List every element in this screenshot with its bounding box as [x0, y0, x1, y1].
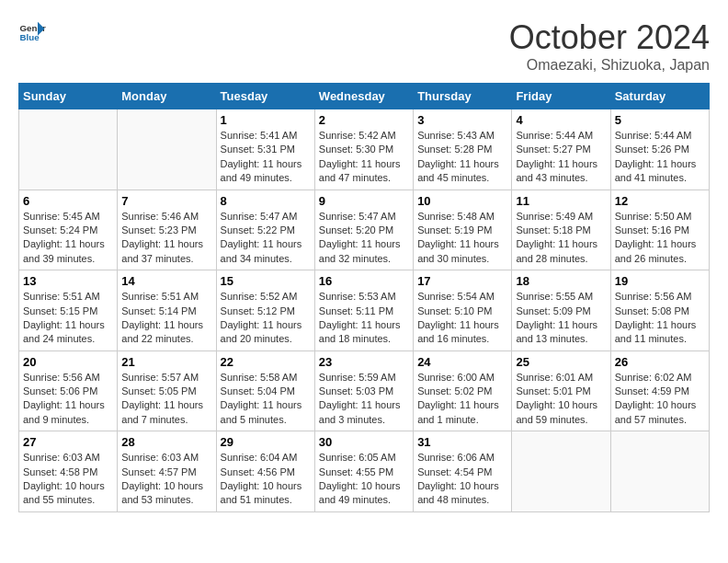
day-info: Sunrise: 5:59 AMSunset: 5:03 PMDaylight:…: [319, 371, 409, 428]
day-info: Sunrise: 5:45 AMSunset: 5:24 PMDaylight:…: [23, 210, 113, 267]
calendar-day-cell: 22Sunrise: 5:58 AMSunset: 5:04 PMDayligh…: [216, 350, 314, 431]
day-number: 4: [516, 113, 606, 127]
calendar-week-row: 27Sunrise: 6:03 AMSunset: 4:58 PMDayligh…: [19, 431, 710, 512]
day-info: Sunrise: 6:05 AMSunset: 4:55 PMDaylight:…: [319, 451, 409, 508]
day-info: Sunrise: 5:57 AMSunset: 5:05 PMDaylight:…: [121, 371, 211, 428]
day-info: Sunrise: 5:43 AMSunset: 5:28 PMDaylight:…: [417, 129, 507, 186]
weekday-header-cell: Sunday: [19, 84, 118, 109]
day-number: 12: [615, 194, 705, 208]
calendar-day-cell: 21Sunrise: 5:57 AMSunset: 5:05 PMDayligh…: [118, 350, 216, 431]
day-info: Sunrise: 5:56 AMSunset: 5:08 PMDaylight:…: [615, 290, 705, 347]
calendar-day-cell: 25Sunrise: 6:01 AMSunset: 5:01 PMDayligh…: [512, 350, 610, 431]
calendar-day-cell: 24Sunrise: 6:00 AMSunset: 5:02 PMDayligh…: [414, 350, 512, 431]
day-number: 10: [417, 194, 507, 208]
calendar-day-cell: [512, 431, 610, 512]
day-number: 28: [121, 435, 211, 449]
day-info: Sunrise: 6:04 AMSunset: 4:56 PMDaylight:…: [221, 451, 311, 508]
calendar-day-cell: 5Sunrise: 5:44 AMSunset: 5:26 PMDaylight…: [610, 109, 709, 190]
calendar-day-cell: 29Sunrise: 6:04 AMSunset: 4:56 PMDayligh…: [216, 431, 314, 512]
day-info: Sunrise: 5:47 AMSunset: 5:22 PMDaylight:…: [221, 210, 311, 267]
day-number: 5: [615, 113, 705, 127]
calendar-body: 1Sunrise: 5:41 AMSunset: 5:31 PMDaylight…: [19, 109, 710, 512]
title-block: October 2024 Omaezaki, Shizuoka, Japan: [509, 18, 710, 74]
weekday-header-cell: Saturday: [610, 84, 709, 109]
day-info: Sunrise: 5:51 AMSunset: 5:15 PMDaylight:…: [23, 290, 113, 347]
calendar-day-cell: 8Sunrise: 5:47 AMSunset: 5:22 PMDaylight…: [216, 190, 314, 270]
day-number: 15: [221, 274, 311, 288]
calendar-table: SundayMondayTuesdayWednesdayThursdayFrid…: [18, 83, 710, 512]
day-info: Sunrise: 5:53 AMSunset: 5:11 PMDaylight:…: [319, 290, 409, 347]
day-info: Sunrise: 5:47 AMSunset: 5:20 PMDaylight:…: [319, 210, 409, 267]
day-number: 14: [121, 274, 211, 288]
day-number: 9: [319, 194, 409, 208]
weekday-header-cell: Monday: [118, 84, 216, 109]
calendar-week-row: 13Sunrise: 5:51 AMSunset: 5:15 PMDayligh…: [19, 270, 710, 351]
day-number: 1: [221, 113, 311, 127]
calendar-day-cell: 30Sunrise: 6:05 AMSunset: 4:55 PMDayligh…: [314, 431, 413, 512]
day-info: Sunrise: 5:50 AMSunset: 5:16 PMDaylight:…: [615, 210, 705, 267]
day-number: 30: [319, 435, 409, 449]
calendar-day-cell: [118, 109, 216, 190]
day-info: Sunrise: 6:03 AMSunset: 4:58 PMDaylight:…: [23, 451, 113, 508]
page-header: General Blue October 2024 Omaezaki, Shiz…: [18, 18, 710, 74]
calendar-day-cell: 14Sunrise: 5:51 AMSunset: 5:14 PMDayligh…: [118, 270, 216, 351]
day-number: 25: [516, 355, 606, 369]
calendar-week-row: 6Sunrise: 5:45 AMSunset: 5:24 PMDaylight…: [19, 190, 710, 270]
day-info: Sunrise: 6:00 AMSunset: 5:02 PMDaylight:…: [417, 371, 507, 428]
calendar-day-cell: 23Sunrise: 5:59 AMSunset: 5:03 PMDayligh…: [314, 350, 413, 431]
calendar-day-cell: 11Sunrise: 5:49 AMSunset: 5:18 PMDayligh…: [512, 190, 610, 270]
day-number: 22: [221, 355, 311, 369]
calendar-day-cell: 9Sunrise: 5:47 AMSunset: 5:20 PMDaylight…: [314, 190, 413, 270]
day-info: Sunrise: 6:01 AMSunset: 5:01 PMDaylight:…: [516, 371, 606, 428]
weekday-header-cell: Tuesday: [216, 84, 314, 109]
day-info: Sunrise: 5:44 AMSunset: 5:26 PMDaylight:…: [615, 129, 705, 186]
day-info: Sunrise: 5:46 AMSunset: 5:23 PMDaylight:…: [121, 210, 211, 267]
day-info: Sunrise: 5:56 AMSunset: 5:06 PMDaylight:…: [23, 371, 113, 428]
day-number: 23: [319, 355, 409, 369]
day-number: 26: [615, 355, 705, 369]
calendar-day-cell: 6Sunrise: 5:45 AMSunset: 5:24 PMDaylight…: [19, 190, 118, 270]
location-subtitle: Omaezaki, Shizuoka, Japan: [509, 57, 710, 74]
day-number: 7: [121, 194, 211, 208]
day-info: Sunrise: 5:54 AMSunset: 5:10 PMDaylight:…: [417, 290, 507, 347]
day-number: 19: [615, 274, 705, 288]
calendar-day-cell: 7Sunrise: 5:46 AMSunset: 5:23 PMDaylight…: [118, 190, 216, 270]
weekday-header-row: SundayMondayTuesdayWednesdayThursdayFrid…: [19, 84, 710, 109]
logo: General Blue: [18, 18, 46, 46]
day-info: Sunrise: 5:52 AMSunset: 5:12 PMDaylight:…: [221, 290, 311, 347]
day-number: 16: [319, 274, 409, 288]
svg-text:Blue: Blue: [20, 32, 40, 42]
day-number: 3: [417, 113, 507, 127]
day-number: 21: [121, 355, 211, 369]
day-number: 17: [417, 274, 507, 288]
calendar-day-cell: 26Sunrise: 6:02 AMSunset: 4:59 PMDayligh…: [610, 350, 709, 431]
day-number: 18: [516, 274, 606, 288]
calendar-day-cell: 15Sunrise: 5:52 AMSunset: 5:12 PMDayligh…: [216, 270, 314, 351]
day-number: 8: [221, 194, 311, 208]
day-number: 27: [23, 435, 113, 449]
day-info: Sunrise: 6:03 AMSunset: 4:57 PMDaylight:…: [121, 451, 211, 508]
day-number: 11: [516, 194, 606, 208]
calendar-day-cell: 31Sunrise: 6:06 AMSunset: 4:54 PMDayligh…: [414, 431, 512, 512]
calendar-day-cell: 12Sunrise: 5:50 AMSunset: 5:16 PMDayligh…: [610, 190, 709, 270]
calendar-day-cell: 1Sunrise: 5:41 AMSunset: 5:31 PMDaylight…: [216, 109, 314, 190]
calendar-day-cell: 2Sunrise: 5:42 AMSunset: 5:30 PMDaylight…: [314, 109, 413, 190]
calendar-day-cell: 17Sunrise: 5:54 AMSunset: 5:10 PMDayligh…: [414, 270, 512, 351]
calendar-week-row: 1Sunrise: 5:41 AMSunset: 5:31 PMDaylight…: [19, 109, 710, 190]
day-info: Sunrise: 5:42 AMSunset: 5:30 PMDaylight:…: [319, 129, 409, 186]
weekday-header-cell: Friday: [512, 84, 610, 109]
day-info: Sunrise: 5:51 AMSunset: 5:14 PMDaylight:…: [121, 290, 211, 347]
calendar-day-cell: 16Sunrise: 5:53 AMSunset: 5:11 PMDayligh…: [314, 270, 413, 351]
calendar-day-cell: 20Sunrise: 5:56 AMSunset: 5:06 PMDayligh…: [19, 350, 118, 431]
day-number: 31: [417, 435, 507, 449]
day-info: Sunrise: 5:41 AMSunset: 5:31 PMDaylight:…: [221, 129, 311, 186]
day-info: Sunrise: 5:49 AMSunset: 5:18 PMDaylight:…: [516, 210, 606, 267]
day-info: Sunrise: 6:02 AMSunset: 4:59 PMDaylight:…: [615, 371, 705, 428]
day-number: 13: [23, 274, 113, 288]
calendar-day-cell: 19Sunrise: 5:56 AMSunset: 5:08 PMDayligh…: [610, 270, 709, 351]
calendar-day-cell: [610, 431, 709, 512]
day-number: 24: [417, 355, 507, 369]
calendar-day-cell: 27Sunrise: 6:03 AMSunset: 4:58 PMDayligh…: [19, 431, 118, 512]
day-info: Sunrise: 5:55 AMSunset: 5:09 PMDaylight:…: [516, 290, 606, 347]
weekday-header-cell: Thursday: [414, 84, 512, 109]
